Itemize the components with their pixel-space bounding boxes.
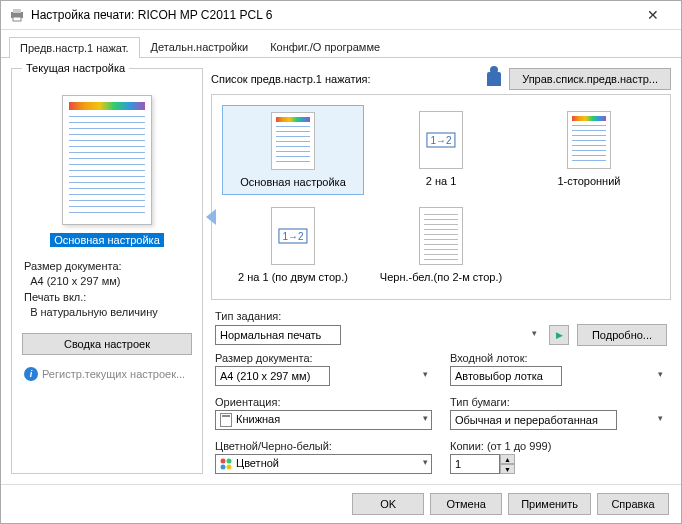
current-settings-info: Размер документа: A4 (210 x 297 мм) Печа… [20, 259, 194, 321]
current-settings-title: Текущая настройка [22, 62, 129, 74]
manage-presets-button[interactable]: Управ.списк.предв.настр... [509, 68, 671, 90]
doc-size-label: Размер документа: [24, 260, 122, 272]
spin-up[interactable]: ▲ [500, 454, 515, 464]
portrait-icon [220, 413, 232, 427]
doc-size-select[interactable]: A4 (210 x 297 мм) [215, 366, 330, 386]
register-settings-link[interactable]: i Регистр.текущих настроек... [20, 367, 194, 381]
job-type-label: Тип задания: [215, 310, 667, 322]
info-icon: i [24, 367, 38, 381]
tabstrip: Предв.настр.1 нажат. Детальн.настройки К… [1, 30, 681, 58]
tab-presets[interactable]: Предв.настр.1 нажат. [9, 37, 140, 58]
dialog-buttons: OK Отмена Применить Справка [1, 484, 681, 523]
spin-down[interactable]: ▼ [500, 464, 515, 474]
svg-point-3 [221, 459, 226, 464]
preset-1sided[interactable]: 1-сторонний [518, 105, 660, 195]
preset-basic[interactable]: Основная настройка [222, 105, 364, 195]
print-on-value: В натуральную величину [30, 306, 158, 318]
current-settings-panel: Текущая настройка Основная настройка Раз… [11, 68, 203, 474]
help-button[interactable]: Справка [597, 493, 669, 515]
titlebar: Настройка печати: RICOH MP C2011 PCL 6 ✕ [1, 1, 681, 30]
paper-type-label: Тип бумаги: [450, 396, 667, 408]
svg-rect-1 [13, 9, 21, 13]
preset-2on1[interactable]: 1→2 2 на 1 [370, 105, 512, 195]
arrow-icon: 1→2 [426, 133, 455, 148]
color-mode-select[interactable]: Цветной [215, 454, 432, 474]
ok-button[interactable]: OK [352, 493, 424, 515]
arrow-left-icon [206, 209, 216, 225]
svg-point-6 [227, 465, 232, 470]
copies-label: Копии: (от 1 до 999) [450, 440, 667, 452]
close-button[interactable]: ✕ [633, 1, 673, 29]
preset-list: Основная настройка 1→2 2 на 1 1-сторонни… [211, 94, 671, 300]
preset-bw-duplex[interactable]: Черн.-бел.(по 2-м стор.) [370, 201, 512, 289]
preset-thumb [419, 207, 463, 265]
preset-2on1-duplex[interactable]: 1→2 2 на 1 (по двум стор.) [222, 201, 364, 289]
copies-input[interactable] [450, 454, 500, 474]
paper-type-select[interactable]: Обычная и переработанная [450, 410, 617, 430]
copies-spinner[interactable]: ▲▼ [450, 454, 667, 474]
window-title: Настройка печати: RICOH MP C2011 PCL 6 [31, 8, 633, 22]
print-on-label: Печать вкл.: [24, 291, 86, 303]
arrow-icon: 1→2 [278, 229, 307, 244]
color-mode-label: Цветной/Черно-белый: [215, 440, 432, 452]
svg-rect-2 [13, 17, 21, 21]
tray-label: Входной лоток: [450, 352, 667, 364]
color-swatch-icon [220, 458, 232, 470]
orientation-label: Ориентация: [215, 396, 432, 408]
user-icon [487, 72, 501, 86]
summary-button[interactable]: Сводка настроек [22, 333, 192, 355]
play-button[interactable]: ▶ [549, 325, 569, 345]
doc-size-label2: Размер документа: [215, 352, 432, 364]
printer-icon [9, 7, 25, 23]
details-button[interactable]: Подробно... [577, 324, 667, 346]
apply-button[interactable]: Применить [508, 493, 591, 515]
preset-name-label: Основная настройка [50, 233, 164, 247]
cancel-button[interactable]: Отмена [430, 493, 502, 515]
preset-thumb [567, 111, 611, 169]
svg-point-5 [221, 465, 226, 470]
tab-detailed[interactable]: Детальн.настройки [140, 36, 260, 57]
job-type-select[interactable]: Нормальная печать [215, 325, 341, 345]
right-panel: Список предв.настр.1 нажатия: Управ.спис… [211, 68, 671, 474]
tab-config[interactable]: Конфиг./О программе [259, 36, 391, 57]
doc-size-value: A4 (210 x 297 мм) [30, 275, 120, 287]
preset-thumb: 1→2 [271, 207, 315, 265]
preset-thumb [271, 112, 315, 170]
preset-list-label: Список предв.настр.1 нажатия: [211, 73, 371, 85]
page-preview [62, 95, 152, 225]
svg-point-4 [227, 459, 232, 464]
preset-thumb: 1→2 [419, 111, 463, 169]
tray-select[interactable]: Автовыбор лотка [450, 366, 562, 386]
orientation-select[interactable]: Книжная [215, 410, 432, 430]
